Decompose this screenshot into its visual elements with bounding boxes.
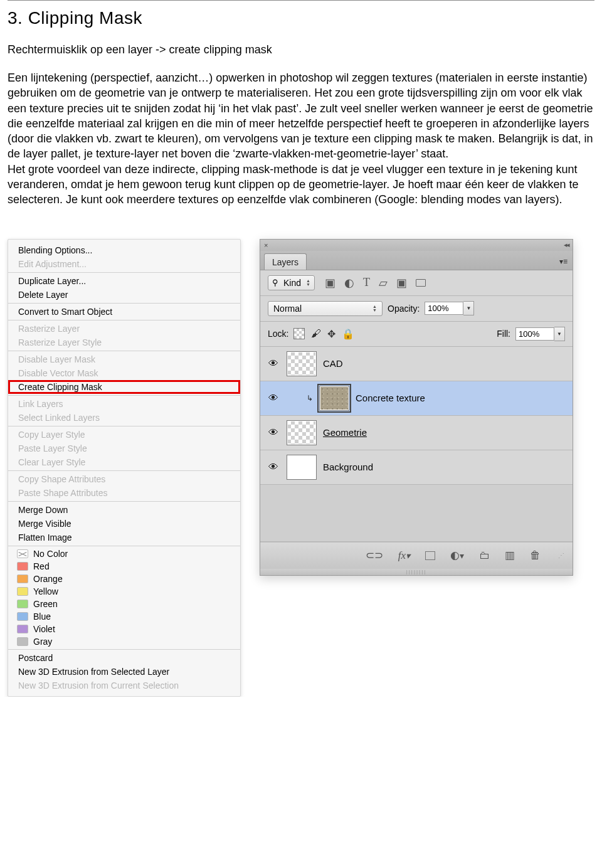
tab-layers[interactable]: Layers	[264, 253, 307, 270]
color-label: Yellow	[33, 586, 58, 596]
group-icon[interactable]: 🗀	[479, 549, 490, 562]
section-heading: 3. Clipping Mask	[8, 8, 594, 28]
menu-item[interactable]: Flatten Image	[8, 531, 240, 544]
color-label: Green	[33, 599, 58, 609]
lock-transparency-icon[interactable]	[293, 328, 305, 339]
body-text: Een lijntekening (perspectief, aanzicht……	[8, 70, 594, 208]
adjustment-layer-icon[interactable]: ◐▾	[450, 549, 464, 562]
color-swatch	[17, 625, 28, 633]
panel-menu-icon[interactable]: ▾≡	[554, 257, 573, 270]
filter-adjustment-icon[interactable]: ◐	[344, 276, 354, 290]
filter-smart-icon[interactable]: ▣	[396, 276, 407, 290]
menu-item[interactable]: Postcard	[8, 651, 240, 665]
layer-row[interactable]: 👁Background	[260, 450, 573, 485]
menu-item[interactable]: Delete Layer	[8, 288, 240, 302]
menu-item: Disable Layer Mask	[8, 352, 240, 366]
menu-item: Edit Adjustment...	[8, 257, 240, 271]
menu-item[interactable]: Blending Options...	[8, 243, 240, 257]
resize-grip-icon: ⋰	[558, 552, 564, 559]
color-swatch	[17, 612, 28, 621]
fill-dropdown[interactable]: ▼	[554, 327, 565, 341]
layer-name[interactable]: Concrete texture	[356, 393, 566, 403]
color-swatch	[17, 637, 28, 646]
filter-toggle[interactable]	[416, 279, 426, 287]
filter-pixel-icon[interactable]: ▣	[325, 276, 335, 290]
visibility-eye-icon[interactable]: 👁	[267, 393, 280, 404]
blend-mode-select[interactable]: Normal ▲▼	[268, 301, 383, 316]
layer-mask-icon[interactable]	[425, 551, 435, 560]
close-icon[interactable]: ×	[260, 241, 272, 249]
menu-item[interactable]: Merge Visible	[8, 517, 240, 531]
collapse-icon[interactable]: ◂◂	[560, 241, 573, 249]
color-label: Blue	[33, 611, 51, 622]
intro-text: Rechtermuisklik op een layer -> create c…	[8, 43, 594, 56]
menu-item: Rasterize Layer Style	[8, 336, 240, 349]
menu-item: Copy Layer Style	[8, 428, 240, 442]
color-swatch	[17, 600, 28, 608]
layers-panel: × ◂◂ Layers ▾≡ ⚲ Kind ▲▼ ▣ ◐ T ▱ ▣	[260, 239, 573, 576]
search-icon: ⚲	[272, 278, 278, 287]
filter-kind-label: Kind	[283, 278, 301, 288]
menu-color-item[interactable]: Gray	[8, 635, 240, 648]
layer-row[interactable]: 👁CAD	[260, 347, 573, 381]
menu-item: Rasterize Layer	[8, 322, 240, 336]
color-swatch	[17, 562, 28, 571]
layer-thumbnail[interactable]	[287, 420, 317, 445]
layer-thumbnail[interactable]	[287, 351, 317, 376]
color-label: Orange	[33, 574, 63, 584]
color-swatch	[17, 574, 28, 583]
filter-kind-select[interactable]: ⚲ Kind ▲▼	[268, 275, 315, 290]
layer-list: 👁CAD👁↳Concrete texture👁Geometrie👁Backgro…	[260, 347, 573, 485]
color-label: Gray	[33, 637, 52, 647]
new-layer-icon[interactable]: ▥	[505, 549, 515, 562]
menu-color-item[interactable]: No Color	[8, 548, 240, 560]
menu-color-item[interactable]: Red	[8, 560, 240, 573]
visibility-eye-icon[interactable]: 👁	[267, 462, 280, 473]
menu-item[interactable]: Create Clipping Mask	[8, 380, 240, 394]
menu-item[interactable]: Convert to Smart Object	[8, 305, 240, 319]
fill-input[interactable]	[515, 327, 554, 341]
opacity-label: Opacity:	[388, 304, 420, 314]
visibility-eye-icon[interactable]: 👁	[267, 358, 280, 369]
clipping-indicator-icon: ↳	[307, 394, 313, 403]
menu-item: Paste Layer Style	[8, 442, 240, 455]
opacity-input[interactable]	[425, 302, 463, 315]
layer-row[interactable]: 👁↳Concrete texture	[260, 381, 573, 416]
opacity-dropdown[interactable]: ▼	[463, 301, 474, 315]
lock-move-icon[interactable]: ✥	[327, 328, 335, 340]
menu-color-item[interactable]: Orange	[8, 573, 240, 585]
filter-shape-icon[interactable]: ▱	[379, 276, 388, 290]
lock-brush-icon[interactable]: 🖌	[311, 328, 321, 339]
link-layers-icon[interactable]: ⊂⊃	[366, 549, 383, 562]
color-label: Violet	[33, 624, 55, 634]
menu-item[interactable]: New 3D Extrusion from Selected Layer	[8, 665, 240, 679]
lock-all-icon[interactable]: 🔒	[342, 328, 354, 340]
filter-type-icon[interactable]: T	[363, 276, 370, 289]
menu-color-item[interactable]: Yellow	[8, 585, 240, 598]
lock-label: Lock:	[268, 329, 288, 339]
fill-label: Fill:	[497, 329, 510, 339]
menu-item[interactable]: Merge Down	[8, 503, 240, 517]
layer-name[interactable]: CAD	[323, 358, 566, 369]
menu-item: Paste Shape Attributes	[8, 486, 240, 500]
menu-item: Clear Layer Style	[8, 455, 240, 469]
menu-item: Link Layers	[8, 397, 240, 411]
menu-item[interactable]: Duplicate Layer...	[8, 274, 240, 288]
menu-color-item[interactable]: Violet	[8, 623, 240, 635]
menu-item: Select Linked Layers	[8, 411, 240, 425]
menu-color-item[interactable]: Green	[8, 598, 240, 610]
layer-name[interactable]: Geometrie	[323, 427, 566, 438]
menu-item: Disable Vector Mask	[8, 366, 240, 380]
fx-icon[interactable]: fx▾	[398, 549, 410, 562]
layer-context-menu: Blending Options...Edit Adjustment...Dup…	[8, 239, 241, 697]
menu-item: Copy Shape Attributes	[8, 472, 240, 486]
layer-thumbnail[interactable]	[319, 386, 349, 411]
layer-thumbnail[interactable]	[287, 455, 317, 480]
layer-name[interactable]: Background	[323, 462, 566, 472]
menu-color-item[interactable]: Blue	[8, 610, 240, 623]
layer-row[interactable]: 👁Geometrie	[260, 416, 573, 450]
visibility-eye-icon[interactable]: 👁	[267, 427, 280, 438]
color-swatch	[17, 549, 28, 558]
color-label: Red	[33, 561, 50, 571]
trash-icon[interactable]: 🗑	[530, 549, 541, 562]
